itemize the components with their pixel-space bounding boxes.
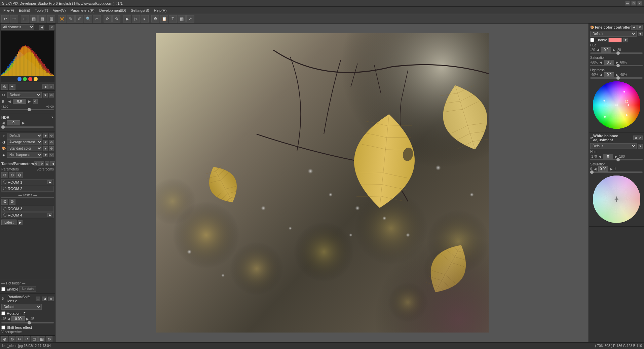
- exposure-dropdown[interactable]: Default: [7, 92, 42, 98]
- toolbar-btn-10[interactable]: 🔍: [84, 15, 92, 23]
- hue-left-arrow[interactable]: ◀: [596, 48, 600, 52]
- menu-parameters[interactable]: Parameters(P): [68, 8, 97, 13]
- rotation-slider[interactable]: [1, 322, 54, 323]
- tone-dropdown[interactable]: Default: [7, 133, 42, 139]
- contrast-expand-btn[interactable]: ▼: [43, 140, 48, 145]
- panel-btn-2[interactable]: ✕: [48, 84, 54, 89]
- saturation-slider[interactable]: [590, 65, 643, 66]
- exposure-value-input[interactable]: [13, 99, 26, 104]
- bottom-btn-6[interactable]: ▦: [38, 336, 45, 342]
- contrast-action-btn[interactable]: ⚙: [49, 140, 54, 145]
- fine-color-swatch[interactable]: [608, 38, 622, 42]
- color-action-btn[interactable]: ⚙: [49, 146, 54, 151]
- wb-hue-slider[interactable]: [590, 159, 643, 160]
- fine-color-close-btn[interactable]: ✕: [637, 25, 643, 30]
- rotation-expand-btn[interactable]: ◀: [42, 297, 47, 301]
- rotation-left-arrow[interactable]: ◀: [7, 317, 11, 321]
- toolbar-btn-14[interactable]: ▶: [123, 15, 131, 23]
- toolbar-btn-3[interactable]: □: [21, 15, 29, 23]
- hue-right-arrow[interactable]: ▶: [612, 48, 616, 52]
- param-action-btn-1[interactable]: ⚙: [1, 172, 8, 178]
- latest-expand[interactable]: ▶: [18, 220, 23, 225]
- saturation-left-arrow[interactable]: ◀: [599, 61, 603, 64]
- bottom-btn-5[interactable]: □: [31, 336, 38, 342]
- sharpness-action-btn[interactable]: ⚙: [49, 153, 54, 157]
- hue-slider[interactable]: [590, 52, 643, 54]
- rotation-default-dropdown[interactable]: Default: [1, 304, 42, 310]
- param-action-btn-2[interactable]: ⚙: [9, 172, 15, 178]
- room-4-item[interactable]: ROOM 4 ▶: [1, 212, 54, 218]
- fine-color-wheel-canvas[interactable]: [592, 81, 641, 129]
- toolbar-btn-2[interactable]: ↪: [10, 15, 18, 23]
- contrast-dropdown[interactable]: Average contrast: [7, 139, 42, 145]
- hdr-slider-thumb[interactable]: [1, 125, 5, 129]
- menu-development[interactable]: Development(D): [97, 8, 128, 13]
- fine-color-enable-checkbox[interactable]: [590, 38, 594, 42]
- wb-hue-left-arrow[interactable]: ◀: [598, 155, 602, 158]
- hdr-value-input[interactable]: [7, 120, 20, 125]
- rotation-slider-thumb[interactable]: [28, 321, 31, 324]
- taste-btn-2[interactable]: ⚙: [9, 199, 15, 205]
- param-action-btn-3[interactable]: ⚙: [16, 172, 23, 178]
- toolbar-btn-20[interactable]: ▦: [178, 15, 186, 23]
- room-4-radio[interactable]: [3, 214, 6, 217]
- room-1-item[interactable]: ROOM 1 ▶: [1, 179, 54, 185]
- exposure-slider-thumb[interactable]: [28, 108, 31, 111]
- fine-color-swatch-btn[interactable]: ▼: [623, 38, 628, 42]
- rotation-right-arrow[interactable]: ▶: [26, 317, 30, 321]
- toolbar-btn-7[interactable]: 🔆: [58, 15, 66, 23]
- bottom-btn-3[interactable]: ✂: [16, 336, 23, 342]
- toolbar-btn-19[interactable]: T: [169, 15, 177, 23]
- toolbar-btn-4[interactable]: ▤: [30, 15, 38, 23]
- histogram-panel-btn-2[interactable]: ✕: [49, 25, 54, 30]
- rotation-value-input[interactable]: [11, 316, 25, 321]
- menu-view[interactable]: View(V): [51, 8, 68, 13]
- room-4-expand[interactable]: ▶: [47, 213, 52, 217]
- fine-color-dropdown-expand[interactable]: ▼: [638, 32, 643, 36]
- maximize-button[interactable]: □: [631, 1, 636, 6]
- room-2-item[interactable]: ROOM 2: [1, 186, 54, 192]
- wb-expand-btn[interactable]: ◀: [633, 135, 638, 140]
- hot-folder-enable-checkbox[interactable]: [1, 287, 5, 291]
- hue-slider-thumb[interactable]: [616, 51, 620, 55]
- close-button[interactable]: ✕: [637, 1, 642, 6]
- rotation-close-btn[interactable]: ✕: [48, 297, 54, 301]
- wb-close-btn[interactable]: ✕: [638, 135, 643, 140]
- taste-btn-1[interactable]: ⚙: [1, 199, 8, 205]
- fine-color-expand-btn[interactable]: ◀: [631, 25, 637, 30]
- lightness-value-input[interactable]: [604, 72, 614, 77]
- wb-saturation-slider[interactable]: [590, 171, 643, 173]
- rotation-mode-btn[interactable]: □: [36, 297, 40, 301]
- hdr-left-arrow[interactable]: ◀: [1, 121, 5, 125]
- wb-saturation-value-input[interactable]: [598, 166, 608, 171]
- wb-saturation-right-arrow[interactable]: ▶: [609, 167, 613, 171]
- exposure-reset-btn[interactable]: ↺: [33, 99, 38, 104]
- toolbar-btn-16[interactable]: ▸: [141, 15, 149, 23]
- toolbar-btn-12[interactable]: ⟳: [104, 15, 112, 23]
- lightness-left-arrow[interactable]: ◀: [599, 73, 603, 77]
- toolbar-expand[interactable]: ⤢: [186, 15, 194, 23]
- bottom-btn-7[interactable]: ⚙: [46, 336, 52, 342]
- sharpness-dropdown[interactable]: No sharpness: [7, 152, 42, 158]
- wb-hue-slider-thumb[interactable]: [616, 158, 620, 161]
- room-2-radio[interactable]: [3, 187, 6, 190]
- toolbar-btn-8[interactable]: ✎: [67, 15, 75, 23]
- histogram-panel-btn-1[interactable]: ◀: [39, 25, 44, 30]
- tone-action-btn[interactable]: ⚙: [49, 133, 54, 138]
- tastes-btn-3[interactable]: ⚙: [45, 161, 49, 166]
- toolbar-btn-9[interactable]: ✐: [75, 15, 83, 23]
- wb-dropdown[interactable]: Default: [590, 143, 637, 149]
- room-3-radio[interactable]: [3, 207, 6, 210]
- saturation-slider-thumb[interactable]: [616, 64, 620, 67]
- tastes-btn-2[interactable]: ⚙: [39, 161, 44, 166]
- menu-edit[interactable]: Edit(E): [17, 8, 32, 13]
- saturation-value-input[interactable]: [604, 60, 614, 65]
- menu-help[interactable]: Help(H): [152, 8, 169, 13]
- rotation-checkbox[interactable]: [1, 311, 5, 315]
- room-3-item[interactable]: ROOM 3: [1, 206, 54, 212]
- fine-color-dropdown[interactable]: Default: [590, 31, 637, 37]
- sharpness-expand-btn[interactable]: ▼: [43, 153, 48, 157]
- panel-btn-1[interactable]: ◀: [42, 84, 48, 89]
- tastes-btn-1[interactable]: ⚙: [34, 161, 39, 166]
- room-1-radio[interactable]: [3, 181, 6, 184]
